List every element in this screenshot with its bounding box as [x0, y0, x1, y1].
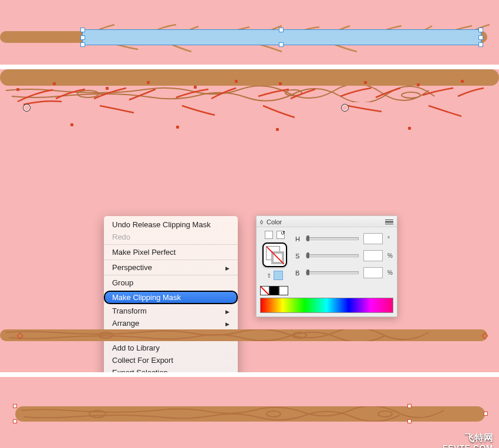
selection-handle[interactable]	[478, 35, 483, 40]
saturation-value-input[interactable]	[363, 250, 383, 261]
branch-final-grain	[15, 406, 485, 422]
anchor-point[interactable]	[461, 80, 464, 83]
menu-add-to-library[interactable]: Add to Library	[104, 342, 238, 354]
brightness-value-input[interactable]	[363, 267, 383, 278]
menu-make-clipping-mask[interactable]: Make Clipping Mask	[104, 291, 238, 304]
anchor-point[interactable]	[408, 127, 411, 130]
selection-handle[interactable]	[279, 42, 284, 47]
anchor-point[interactable]	[279, 82, 282, 85]
hue-label: H	[295, 235, 301, 242]
brightness-slider[interactable]	[306, 271, 359, 274]
saturation-unit: %	[387, 252, 393, 259]
svg-point-7	[378, 411, 392, 417]
menu-make-pixel-perfect[interactable]: Make Pixel Perfect	[104, 246, 238, 258]
anchor-point[interactable]	[235, 80, 238, 83]
svg-point-3	[99, 332, 113, 338]
black-swatch[interactable]	[269, 286, 279, 295]
selection-handle[interactable]	[80, 42, 85, 47]
watermark-line-1: 飞特网	[443, 432, 493, 443]
menu-undo-release-clipping-mask[interactable]: Undo Release Clipping Mask	[104, 218, 238, 231]
anchor-point[interactable]	[70, 123, 73, 126]
saturation-label: S	[295, 252, 301, 260]
twigs-selected-overlay	[0, 81, 499, 146]
anchor-point[interactable]	[106, 87, 109, 90]
panel-collapse-icon[interactable]: ◊	[260, 219, 263, 225]
selection-handle[interactable]	[478, 42, 483, 47]
branch-result-grain	[0, 329, 487, 341]
svg-point-6	[267, 411, 281, 417]
selection-handle[interactable]	[80, 28, 85, 32]
selection-marker[interactable]	[13, 419, 17, 423]
anchor-origin[interactable]	[23, 105, 30, 111]
selection-handle[interactable]	[279, 28, 284, 32]
anchor-point[interactable]	[16, 88, 19, 91]
selection-marker[interactable]	[13, 404, 17, 408]
white-swatch[interactable]	[279, 286, 288, 295]
watermark: 飞特网 FEVTE.COM	[443, 432, 493, 448]
hue-unit: °	[387, 235, 393, 242]
brightness-label: B	[295, 270, 301, 277]
fill-stroke-indicator[interactable]	[262, 242, 287, 267]
selection-handle[interactable]	[478, 28, 483, 32]
menu-collect-for-export[interactable]: Collect For Export	[104, 354, 238, 366]
context-menu: Undo Release Clipping Mask Redo Make Pix…	[104, 216, 238, 372]
none-swatch[interactable]	[260, 286, 269, 295]
saturation-slider[interactable]	[306, 254, 359, 257]
menu-perspective[interactable]: Perspective	[104, 261, 238, 274]
menu-group[interactable]: Group	[104, 277, 238, 289]
active-swatch[interactable]	[274, 271, 283, 280]
hue-value-input[interactable]	[363, 233, 383, 244]
color-spectrum[interactable]	[260, 298, 393, 313]
anchor-point[interactable]	[364, 81, 367, 84]
menu-transform[interactable]: Transform	[104, 305, 238, 317]
menu-arrange[interactable]: Arrange	[104, 317, 238, 329]
anchor-point[interactable]	[194, 86, 197, 89]
brightness-unit: %	[387, 270, 393, 276]
color-panel[interactable]: ◊ Color ↺ ⇧	[256, 215, 397, 317]
swap-fill-stroke-icon[interactable]	[265, 231, 273, 239]
color-panel-header[interactable]: ◊ Color	[257, 216, 397, 227]
anchor-origin[interactable]	[342, 105, 348, 111]
clipping-mask-rectangle[interactable]	[82, 29, 481, 45]
default-fill-stroke-icon[interactable]: ↺	[277, 231, 285, 239]
anchor-point[interactable]	[176, 126, 179, 129]
anchor-point[interactable]	[276, 128, 279, 131]
anchor-point[interactable]	[417, 83, 420, 86]
selection-marker[interactable]	[407, 404, 412, 408]
canvas-section-2[interactable]: Undo Release Clipping Mask Redo Make Pix…	[0, 69, 499, 372]
selection-marker[interactable]	[407, 419, 412, 423]
color-panel-title: Color	[267, 218, 282, 225]
hue-slider[interactable]	[306, 237, 359, 240]
watermark-line-2: FEVTE.COM	[443, 443, 493, 448]
stroke-swatch-none[interactable]	[271, 251, 284, 264]
anchor-point[interactable]	[147, 81, 150, 84]
menu-export-selection[interactable]: Export Selection...	[104, 366, 238, 372]
selection-handle[interactable]	[80, 35, 85, 40]
menu-redo: Redo	[104, 231, 238, 243]
last-color-arrow-icon[interactable]: ⇧	[267, 272, 271, 279]
canvas-section-3[interactable]: 飞特网 FEVTE.COM	[0, 377, 499, 448]
canvas-section-1[interactable]	[0, 0, 499, 65]
selection-marker[interactable]	[484, 412, 488, 416]
anchor-point[interactable]	[53, 82, 56, 85]
panel-menu-icon[interactable]	[385, 220, 393, 225]
